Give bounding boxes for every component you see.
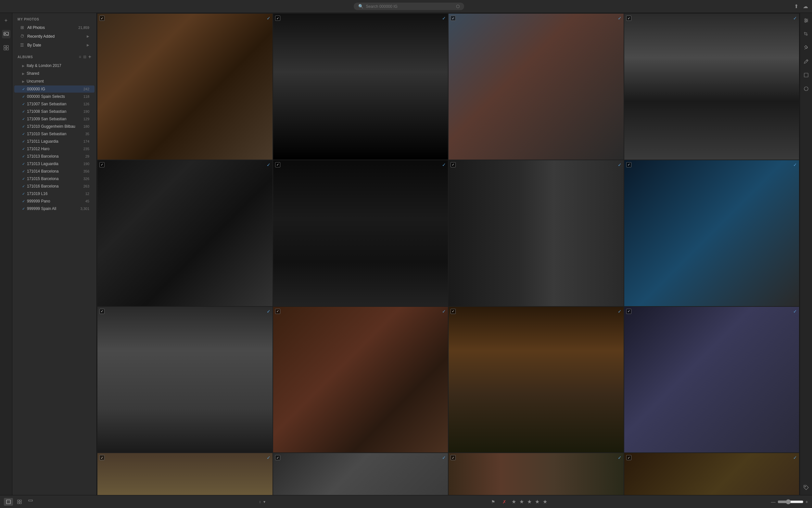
photo-select-checkbox[interactable]: ✓	[450, 162, 456, 167]
sidebar-album-item[interactable]: ✓ 171008 San Sebastian 190	[14, 108, 95, 115]
photo-select-checkbox[interactable]: ✓	[99, 455, 105, 460]
photo-select-checkbox[interactable]: ✓	[99, 162, 105, 167]
album-sync-icon: ✓	[22, 102, 25, 106]
photo-select-checkbox[interactable]: ✓	[450, 15, 456, 21]
photo-cell[interactable]: ✓✓	[624, 160, 799, 306]
photos-icon[interactable]	[2, 30, 10, 38]
list-view-icon[interactable]: ≡	[79, 55, 81, 59]
photo-select-checkbox[interactable]: ✓	[275, 309, 280, 314]
photo-select-checkbox[interactable]: ✓	[275, 15, 280, 21]
sidebar-group-uncurrent[interactable]: ▶ Uncurrent	[14, 78, 95, 85]
star-3[interactable]: ★	[527, 499, 532, 505]
crop-icon[interactable]	[802, 30, 810, 38]
star-2[interactable]: ★	[519, 499, 524, 505]
zoom-in-btn[interactable]: +	[806, 499, 808, 504]
album-label: 171011 Laguardia	[27, 139, 82, 144]
sidebar-album-item[interactable]: ✓ 171012 Haro 235	[14, 145, 95, 153]
star-4[interactable]: ★	[535, 499, 539, 505]
photo-select-checkbox[interactable]: ✓	[275, 162, 280, 167]
add-album-icon[interactable]: +	[88, 54, 91, 60]
by-date-label: By Date	[27, 43, 84, 47]
photo-cell[interactable]: ✓✓	[273, 160, 448, 306]
photo-cell[interactable]: ✓✓	[97, 14, 273, 160]
reject-button[interactable]: ✗	[500, 498, 508, 506]
search-input[interactable]	[366, 4, 453, 9]
photo-cell[interactable]: ✓✓	[448, 14, 624, 160]
star-1[interactable]: ★	[512, 499, 516, 505]
photo-cell[interactable]: ✓✓	[97, 453, 273, 495]
grid-view-btn[interactable]	[15, 498, 24, 506]
library-icon[interactable]	[2, 44, 10, 52]
photo-select-checkbox[interactable]: ✓	[626, 162, 631, 167]
photo-select-checkbox[interactable]: ✓	[99, 309, 105, 314]
sort-button[interactable]: ↕ ▾	[259, 500, 266, 504]
tag-icon[interactable]	[802, 483, 810, 492]
sidebar-album-item[interactable]: ✓ 171014 Barcelona 356	[14, 168, 95, 175]
square-icon[interactable]	[802, 71, 810, 79]
photo-cell[interactable]: ✓✓	[448, 160, 624, 306]
sidebar-item-recently-added[interactable]: ⏱ Recently Added ▶	[14, 32, 95, 40]
photo-cell[interactable]: ✓✓	[273, 453, 448, 495]
sidebar-album-item[interactable]: ✓ 999999 Pano 45	[14, 198, 95, 205]
album-label: 171012 Haro	[27, 146, 82, 151]
album-sync-icon: ✓	[22, 169, 25, 174]
sidebar-album-item[interactable]: ✓ 171013 Laguardia 190	[14, 160, 95, 167]
sidebar-album-item[interactable]: ✓ 171007 San Sebastian 126	[14, 100, 95, 108]
cloud-icon[interactable]: ☁	[803, 3, 808, 9]
sidebar-album-item[interactable]: ✓ 999999 Spain All 3,301	[14, 205, 95, 212]
photo-select-checkbox[interactable]: ✓	[626, 15, 631, 21]
search-bar[interactable]: 🔍 ⬡	[354, 3, 464, 10]
all-photos-label: All Photos	[27, 25, 76, 30]
adjust-icon[interactable]	[802, 16, 810, 25]
sidebar-album-item[interactable]: ✓ 171010 Guggenheim Bilbau 180	[14, 123, 95, 130]
photo-sync-badge: ✓	[618, 162, 622, 167]
photo-cell[interactable]: ✓✓	[624, 307, 799, 453]
sidebar-album-item[interactable]: ✓ 171016 Barcelona 263	[14, 183, 95, 190]
sidebar-group-shared[interactable]: ▶ Shared	[14, 70, 95, 77]
sidebar-album-item[interactable]: ✓ 000000 Spain Selects 118	[14, 93, 95, 100]
photo-select-checkbox[interactable]: ✓	[99, 15, 105, 21]
photo-cell[interactable]: ✓✓	[97, 307, 273, 453]
photo-select-checkbox[interactable]: ✓	[450, 309, 456, 314]
sort-icon: ↕	[259, 500, 261, 504]
sidebar-item-all-photos[interactable]: ⊞ All Photos 21,859	[14, 24, 95, 32]
photo-select-checkbox[interactable]: ✓	[626, 455, 631, 460]
photo-select-checkbox[interactable]: ✓	[450, 455, 456, 460]
circle-icon[interactable]	[802, 85, 810, 93]
pen-icon[interactable]	[802, 57, 810, 66]
photo-select-checkbox[interactable]: ✓	[275, 455, 280, 460]
photo-cell[interactable]: ✓✓	[273, 307, 448, 453]
add-icon[interactable]: +	[2, 16, 10, 25]
zoom-out-btn[interactable]: —	[771, 499, 776, 504]
list-view-btn[interactable]	[26, 498, 35, 506]
zoom-slider[interactable]	[777, 499, 804, 504]
sidebar-item-by-date[interactable]: ☰ By Date ▶	[14, 41, 95, 49]
photo-cell[interactable]: ✓✓	[273, 14, 448, 160]
photo-cell[interactable]: ✓✓	[448, 453, 624, 495]
grid-view-icon[interactable]: ⊞	[83, 55, 86, 59]
right-tools-panel	[800, 13, 812, 495]
album-sync-icon: ✓	[22, 132, 25, 136]
sidebar-album-item[interactable]: ✓ 171013 Barcelona 29	[14, 153, 95, 160]
sidebar-album-item[interactable]: ✓ 171019 L16 12	[14, 190, 95, 197]
brush-icon[interactable]	[802, 44, 810, 52]
single-view-btn[interactable]	[4, 498, 13, 506]
sidebar-group-italy-london[interactable]: ▶ Italy & London 2017	[14, 62, 95, 69]
photo-cell[interactable]: ✓✓	[624, 14, 799, 160]
star-5[interactable]: ★	[543, 499, 547, 505]
album-sync-icon: ✓	[22, 117, 25, 121]
photo-select-checkbox[interactable]: ✓	[626, 309, 631, 314]
sidebar-album-item[interactable]: ✓ 000000 IG 242	[14, 85, 95, 93]
photo-cell[interactable]: ✓✓	[448, 307, 624, 453]
export-icon[interactable]: ⬆	[794, 3, 798, 9]
sidebar-album-item[interactable]: ✓ 171009 San Sebastian 129	[14, 115, 95, 123]
photo-cell[interactable]: ✓✓	[624, 453, 799, 495]
sidebar-album-item[interactable]: ✓ 171015 Barcelona 326	[14, 175, 95, 182]
filter-icon[interactable]: ⬡	[456, 4, 460, 9]
sidebar-album-item[interactable]: ✓ 171011 Laguardia 174	[14, 138, 95, 145]
album-count: 263	[84, 184, 89, 188]
flag-button[interactable]: ⚑	[489, 498, 497, 506]
sidebar-album-item[interactable]: ✓ 171010 San Sebastian 35	[14, 130, 95, 137]
photo-cell[interactable]: ✓✓	[97, 160, 273, 306]
albums-view-toggle: ≡ ⊞ +	[79, 54, 91, 60]
